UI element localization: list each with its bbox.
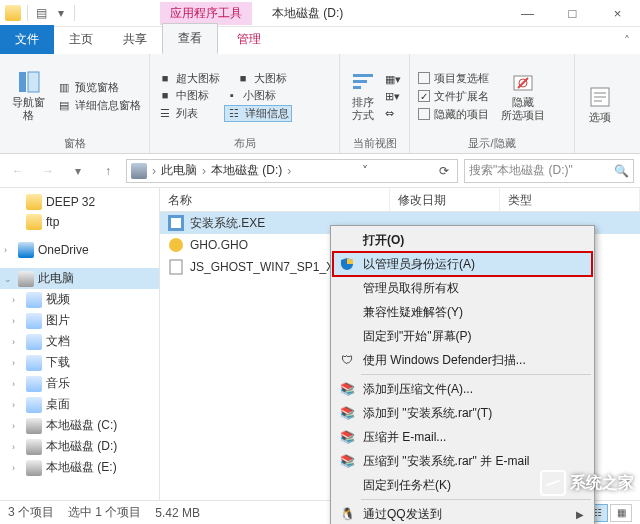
hide-label: 隐藏 所选项目	[501, 96, 545, 122]
group-label-show-hide: 显示/隐藏	[418, 134, 566, 151]
exe-icon	[168, 215, 184, 231]
winrar-icon: 📚	[339, 453, 355, 469]
menu-troubleshoot-compat[interactable]: 兼容性疑难解答(Y)	[333, 300, 592, 324]
search-placeholder: 搜索"本地磁盘 (D:)"	[469, 162, 573, 179]
svg-rect-10	[171, 218, 181, 228]
tree-drive-e[interactable]: ›本地磁盘 (E:)	[0, 457, 159, 478]
minimize-button[interactable]: —	[505, 0, 550, 27]
menu-send-qq[interactable]: 🐧通过QQ发送到▶	[333, 502, 592, 524]
up-button[interactable]: ↑	[96, 159, 120, 183]
history-dropdown[interactable]: ˅	[358, 164, 372, 178]
menu-separator	[361, 374, 591, 375]
file-extensions-toggle[interactable]: ✓文件扩展名	[418, 89, 489, 104]
view-extra-large-icons[interactable]: ■超大图标■大图标	[158, 71, 292, 86]
window-title: 本地磁盘 (D:)	[272, 5, 343, 22]
tab-home[interactable]: 主页	[54, 25, 108, 54]
status-item-count: 3 个项目	[8, 504, 54, 521]
recent-locations-button[interactable]: ▾	[66, 159, 90, 183]
item-checkboxes-toggle[interactable]: 项目复选框	[418, 71, 489, 86]
tab-view[interactable]: 查看	[162, 23, 218, 54]
svg-rect-3	[353, 80, 367, 83]
tree-onedrive[interactable]: ›OneDrive	[0, 240, 159, 260]
menu-separator	[361, 499, 591, 500]
group-label-panes: 窗格	[8, 134, 141, 151]
options-label: 选项	[589, 111, 611, 124]
menu-add-rar[interactable]: 📚添加到 "安装系统.rar"(T)	[333, 401, 592, 425]
menu-pin-start[interactable]: 固定到"开始"屏幕(P)	[333, 324, 592, 348]
svg-point-11	[169, 238, 183, 252]
contextual-tab-label: 应用程序工具	[160, 2, 252, 25]
tree-drive-d[interactable]: ›本地磁盘 (D:)	[0, 436, 159, 457]
tree-folder-deep32[interactable]: DEEP 32	[0, 192, 159, 212]
hidden-items-toggle[interactable]: 隐藏的项目	[418, 107, 489, 122]
svg-rect-4	[353, 86, 361, 89]
group-by-button[interactable]: ▦▾	[385, 73, 401, 86]
separator	[27, 5, 28, 21]
defender-icon: 🛡	[339, 352, 355, 368]
tree-drive-c[interactable]: ›本地磁盘 (C:)	[0, 415, 159, 436]
search-input[interactable]: 搜索"本地磁盘 (D:)" 🔍	[464, 159, 634, 183]
forward-button[interactable]: →	[36, 159, 60, 183]
back-button[interactable]: ←	[6, 159, 30, 183]
menu-compress-email[interactable]: 📚压缩并 E-mail...	[333, 425, 592, 449]
tree-documents[interactable]: ›文档	[0, 331, 159, 352]
navigation-tree[interactable]: DEEP 32 ftp ›OneDrive ⌄此电脑 ›视频 ›图片 ›文档 ›…	[0, 188, 160, 500]
ribbon-collapse-button[interactable]: ˄	[614, 28, 640, 54]
group-label-current-view: 当前视图	[348, 134, 401, 151]
breadcrumb-this-pc[interactable]: 此电脑	[161, 162, 197, 179]
maximize-button[interactable]: □	[550, 0, 595, 27]
file-icon	[168, 259, 184, 275]
sort-by-button[interactable]: 排序方式	[348, 58, 377, 134]
tree-desktop[interactable]: ›桌面	[0, 394, 159, 415]
size-columns-button[interactable]: ⇔	[385, 107, 401, 120]
view-list[interactable]: ☰列表☷详细信息	[158, 105, 292, 122]
add-columns-button[interactable]: ⊞▾	[385, 90, 401, 103]
menu-defender-scan[interactable]: 🛡使用 Windows Defender扫描...	[333, 348, 592, 372]
view-details[interactable]: ☷详细信息	[224, 105, 292, 122]
svg-rect-12	[170, 260, 182, 274]
column-modified[interactable]: 修改日期	[390, 188, 500, 211]
qat-dropdown[interactable]: ▾	[54, 6, 68, 20]
file-name: GHO.GHO	[190, 238, 248, 252]
winrar-icon: 📚	[339, 429, 355, 445]
breadcrumb[interactable]: › 此电脑 › 本地磁盘 (D:) › ˅ ⟳	[126, 159, 458, 183]
group-label-layout: 布局	[158, 134, 331, 151]
qat-icon[interactable]: ▤	[34, 6, 48, 20]
nav-pane-label: 导航窗格	[8, 96, 49, 122]
column-type[interactable]: 类型	[500, 188, 640, 211]
preview-pane-button[interactable]: ▥预览窗格	[57, 80, 141, 95]
winrar-icon: 📚	[339, 381, 355, 397]
breadcrumb-drive[interactable]: 本地磁盘 (D:)	[211, 162, 282, 179]
tab-share[interactable]: 共享	[108, 25, 162, 54]
view-medium-icons[interactable]: ■中图标▪小图标	[158, 88, 292, 103]
refresh-button[interactable]: ⟳	[435, 164, 453, 178]
hide-selected-button[interactable]: 隐藏 所选项目	[497, 58, 549, 134]
status-selected: 选中 1 个项目	[68, 504, 141, 521]
menu-run-as-admin[interactable]: 以管理员身份运行(A)	[333, 252, 592, 276]
tree-folder-ftp[interactable]: ftp	[0, 212, 159, 232]
sort-label: 排序方式	[348, 96, 377, 122]
details-pane-button[interactable]: ▤详细信息窗格	[57, 98, 141, 113]
tree-videos[interactable]: ›视频	[0, 289, 159, 310]
qq-icon: 🐧	[339, 506, 355, 522]
menu-admin-ownership[interactable]: 管理员取得所有权	[333, 276, 592, 300]
file-tab[interactable]: 文件	[0, 25, 54, 54]
status-size: 5.42 MB	[155, 506, 200, 520]
gho-icon	[168, 237, 184, 253]
svg-rect-1	[28, 72, 39, 92]
menu-add-archive[interactable]: 📚添加到压缩文件(A)...	[333, 377, 592, 401]
tree-this-pc[interactable]: ⌄此电脑	[0, 268, 159, 289]
menu-open[interactable]: 打开(O)	[333, 228, 592, 252]
close-button[interactable]: ×	[595, 0, 640, 27]
tab-manage[interactable]: 管理	[222, 25, 276, 54]
watermark: 系统之家	[540, 470, 634, 496]
options-button[interactable]: 选项	[583, 58, 617, 151]
navigation-pane-button[interactable]: 导航窗格	[8, 58, 49, 134]
icons-view-button[interactable]: ▦	[610, 504, 632, 522]
tree-music[interactable]: ›音乐	[0, 373, 159, 394]
watermark-logo-icon	[540, 470, 566, 496]
column-name[interactable]: 名称	[160, 188, 390, 211]
tree-downloads[interactable]: ›下载	[0, 352, 159, 373]
file-name: JS_GHOST_WIN7_SP1_X86	[190, 260, 347, 274]
tree-pictures[interactable]: ›图片	[0, 310, 159, 331]
